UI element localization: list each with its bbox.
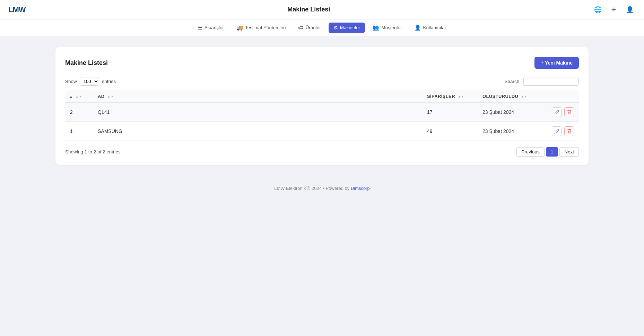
edit-button[interactable]: [552, 107, 562, 117]
entries-label: entries: [102, 79, 116, 84]
truck-icon: 🚚: [236, 25, 243, 31]
globe-icon-button[interactable]: 🌐: [592, 4, 604, 16]
sort-olusturuldu-icon[interactable]: ▲▼: [521, 95, 528, 98]
table-body: 2 QL41 17 23 Şubat 2024: [65, 103, 579, 141]
sort-id-icon[interactable]: ▲▼: [76, 95, 82, 98]
users-icon: 👤: [415, 25, 421, 31]
footer-text: LMW Elektronik © 2024 • Powered by: [274, 186, 351, 191]
cell-ad: SAMSUNG: [93, 122, 422, 141]
col-header-olusturuldu: OLUŞTURULDU ▲▼: [478, 90, 547, 103]
previous-button[interactable]: Previous: [516, 147, 545, 157]
table-controls: Show 10 25 50 100 entries Search:: [65, 77, 579, 86]
main-nav: ☰ Siparişler 🚚 Teslimat Yöntemleri 🏷 Ürü…: [0, 19, 644, 36]
cell-id: 2: [65, 103, 93, 122]
machine-list-card: Makine Listesi + Yeni Makine Show 10 25 …: [55, 47, 589, 165]
next-button[interactable]: Next: [559, 147, 579, 157]
pagination-buttons: Previous 1 Next: [516, 147, 579, 157]
nav-item-makineler[interactable]: ⚙ Makineler: [329, 23, 365, 33]
logo: LMW: [8, 5, 26, 14]
nav-label-musteriler: Müşteriler: [381, 25, 402, 30]
sort-ad-icon[interactable]: ▲▼: [107, 95, 114, 98]
brightness-icon-button[interactable]: ☀: [608, 4, 620, 16]
globe-icon: 🌐: [594, 6, 602, 14]
machine-table: # ▲▼ AD ▲▼ SİPARİŞLER ▲▼ OLUŞTURULDU ▲▼: [65, 90, 579, 141]
sort-siparisler-icon[interactable]: ▲▼: [458, 95, 464, 98]
footer-link[interactable]: Dimscorp: [351, 186, 370, 191]
edit-icon: [555, 129, 559, 134]
nav-item-kullanicilar[interactable]: 👤 Kullanıcılar: [410, 23, 451, 33]
nav-label-siparisler: Siparişler: [204, 25, 224, 30]
nav-label-urunler: Ürünler: [305, 25, 321, 30]
page-1-button[interactable]: 1: [546, 147, 558, 157]
cell-actions: [547, 122, 579, 141]
header-icons: 🌐 ☀ 👤: [592, 4, 636, 16]
col-header-actions: [547, 90, 579, 103]
cell-id: 1: [65, 122, 93, 141]
nav-label-kullanicilar: Kullanıcılar: [423, 25, 446, 30]
add-machine-button[interactable]: + Yeni Makine: [534, 57, 579, 69]
pagination-row: Showing 1 to 2 of 2 entries Previous 1 N…: [65, 147, 579, 157]
nav-label-makineler: Makineler: [340, 25, 360, 30]
header: LMW Makine Listesi 🌐 ☀ 👤: [0, 0, 644, 19]
search-label: Search:: [504, 79, 521, 84]
cell-olusturuldu: 23 Şubat 2024: [478, 122, 547, 141]
card-header: Makine Listesi + Yeni Makine: [65, 57, 579, 69]
col-header-id: # ▲▼: [65, 90, 93, 103]
col-header-siparisler: SİPARİŞLER ▲▼: [422, 90, 478, 103]
table-row: 2 QL41 17 23 Şubat 2024: [65, 103, 579, 122]
show-entries-control: Show 10 25 50 100 entries: [65, 77, 116, 86]
nav-label-teslimat: Teslimat Yöntemleri: [245, 25, 286, 30]
search-input[interactable]: [523, 77, 579, 86]
nav-item-siparisler[interactable]: ☰ Siparişler: [193, 23, 229, 33]
cell-ad: QL41: [93, 103, 422, 122]
footer: LMW Elektronik © 2024 • Powered by Dimsc…: [0, 176, 644, 196]
delete-button[interactable]: [564, 107, 574, 117]
brightness-icon: ☀: [611, 6, 617, 14]
edit-button[interactable]: [552, 126, 562, 136]
edit-icon: [555, 110, 559, 115]
main-content: Makine Listesi + Yeni Makine Show 10 25 …: [0, 36, 644, 176]
user-icon-button[interactable]: 👤: [624, 4, 636, 16]
cell-olusturuldu: 23 Şubat 2024: [478, 103, 547, 122]
nav-item-musteriler[interactable]: 👥 Müşteriler: [368, 23, 407, 33]
card-title: Makine Listesi: [65, 59, 108, 67]
nav-item-urunler[interactable]: 🏷 Ürünler: [293, 23, 325, 33]
product-icon: 🏷: [298, 25, 303, 31]
table-header-row: # ▲▼ AD ▲▼ SİPARİŞLER ▲▼ OLUŞTURULDU ▲▼: [65, 90, 579, 103]
trash-icon: [567, 110, 572, 115]
table-row: 1 SAMSUNG 49 23 Şubat 2024: [65, 122, 579, 141]
trash-icon: [567, 129, 572, 134]
show-label: Show: [65, 79, 77, 84]
nav-item-teslimat[interactable]: 🚚 Teslimat Yöntemleri: [232, 23, 291, 33]
cell-siparisler: 49: [422, 122, 478, 141]
cell-actions: [547, 103, 579, 122]
search-box: Search:: [504, 77, 579, 86]
user-icon: 👤: [626, 6, 634, 14]
customers-icon: 👥: [373, 25, 379, 31]
cell-siparisler: 17: [422, 103, 478, 122]
page-title: Makine Listesi: [287, 6, 330, 13]
machine-icon: ⚙: [333, 25, 338, 31]
list-icon: ☰: [198, 25, 202, 31]
col-header-ad: AD ▲▼: [93, 90, 422, 103]
showing-text: Showing 1 to 2 of 2 entries: [65, 149, 121, 154]
entries-per-page-select[interactable]: 10 25 50 100: [80, 77, 99, 86]
delete-button[interactable]: [564, 126, 574, 136]
